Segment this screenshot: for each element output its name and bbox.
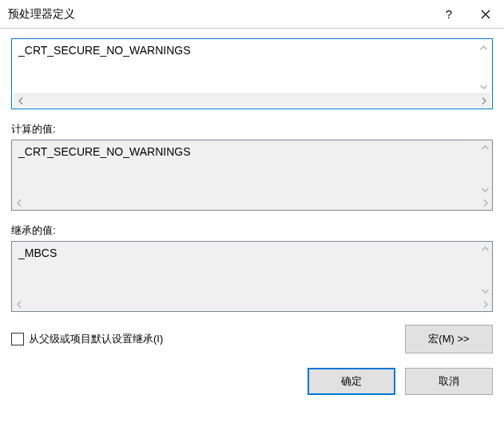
window-title: 预处理器定义 [8, 7, 431, 22]
help-button[interactable]: ? [431, 0, 467, 28]
computed-values-label: 计算的值: [11, 122, 493, 136]
horizontal-scrollbar[interactable] [12, 196, 492, 210]
computed-values-text: _CRT_SECURE_NO_WARNINGS [12, 140, 478, 196]
vertical-scrollbar[interactable] [477, 41, 490, 93]
inherit-checkbox-wrap[interactable]: 从父级或项目默认设置继承(I) [11, 332, 163, 346]
scroll-down-icon [477, 80, 490, 93]
ok-button[interactable]: 确定 [308, 368, 395, 395]
scroll-down-icon [478, 284, 492, 298]
definitions-editor-box [11, 38, 493, 109]
titlebar-buttons: ? [431, 0, 504, 28]
scroll-left-icon [14, 94, 27, 107]
scroll-left-icon [12, 196, 26, 210]
inherited-values-text: _MBCS [12, 242, 478, 298]
titlebar: 预处理器定义 ? [0, 0, 504, 29]
close-button[interactable] [467, 0, 504, 28]
vertical-scrollbar[interactable] [478, 140, 492, 196]
scroll-up-icon [477, 41, 490, 54]
horizontal-scrollbar[interactable] [14, 93, 490, 107]
scroll-left-icon [12, 298, 26, 311]
inherit-checkbox[interactable] [11, 333, 24, 345]
scroll-right-icon [478, 298, 492, 311]
scroll-right-icon [477, 94, 490, 107]
scroll-up-icon [478, 242, 492, 255]
close-icon [481, 10, 490, 19]
inherit-checkbox-label: 从父级或项目默认设置继承(I) [29, 332, 163, 346]
scroll-right-icon [478, 196, 492, 210]
scroll-up-icon [478, 140, 492, 154]
horizontal-scrollbar[interactable] [12, 298, 492, 311]
cancel-button[interactable]: 取消 [405, 368, 493, 395]
inherited-values-label: 继承的值: [11, 223, 493, 238]
inherited-values-box: _MBCS [11, 241, 493, 312]
definitions-textarea[interactable] [14, 41, 477, 93]
scroll-down-icon [478, 183, 492, 196]
macro-button[interactable]: 宏(M) >> [405, 325, 493, 353]
vertical-scrollbar[interactable] [478, 242, 492, 298]
computed-values-box: _CRT_SECURE_NO_WARNINGS [11, 140, 493, 211]
